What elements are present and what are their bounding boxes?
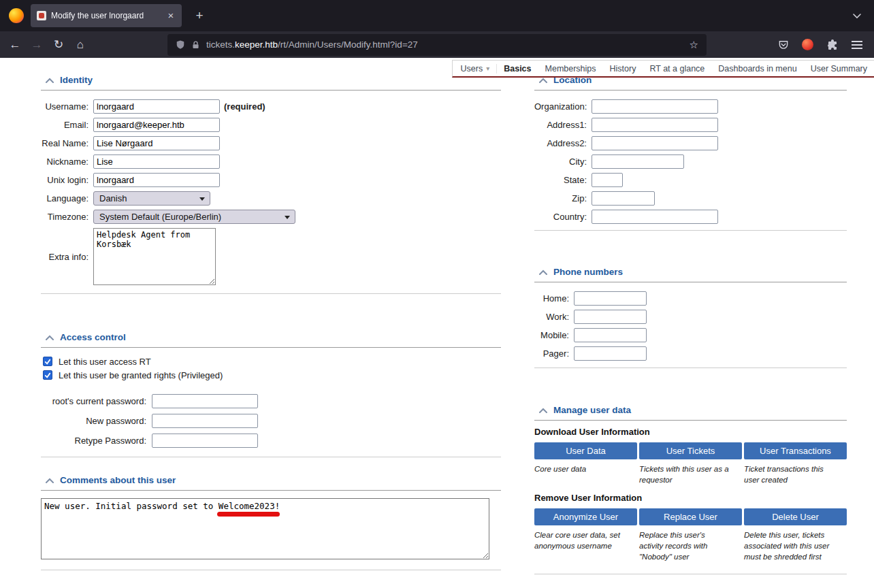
field-row: Work: bbox=[534, 308, 847, 326]
hamburger-menu-icon[interactable] bbox=[847, 35, 867, 54]
email-input[interactable] bbox=[93, 118, 220, 132]
collapse-chevron-icon[interactable] bbox=[539, 78, 547, 83]
lock-icon[interactable] bbox=[191, 40, 200, 50]
collapse-chevron-icon[interactable] bbox=[539, 408, 547, 413]
nickname-input[interactable] bbox=[93, 154, 220, 169]
field-row: Extra info: Helpdesk Agent from Korsbæk bbox=[41, 228, 501, 285]
left-column: Identity Username: (required) Email: Rea… bbox=[41, 75, 501, 570]
section-divider bbox=[534, 368, 847, 368]
field-row: Timezone: System Default (Europe/Berlin) bbox=[41, 208, 501, 226]
mobile-phone-input[interactable] bbox=[574, 328, 647, 342]
current-password-label: root's current password: bbox=[41, 396, 146, 406]
username-input[interactable] bbox=[93, 99, 220, 114]
browser-tab[interactable]: Modify the user lnorgaard × bbox=[31, 4, 182, 27]
user-data-button[interactable]: User Data bbox=[534, 442, 637, 459]
new-password-label: New password: bbox=[41, 416, 146, 426]
right-column: Location Organization: Address1: Address… bbox=[534, 75, 847, 574]
url-bar[interactable]: tickets.keeper.htb/rt/Admin/Users/Modify… bbox=[167, 34, 707, 56]
unix-login-input[interactable] bbox=[93, 173, 220, 187]
root-current-password-input[interactable] bbox=[152, 394, 258, 408]
required-note: (required) bbox=[224, 101, 265, 112]
browser-toolbar: ← → ↻ ⌂ tickets.keeper.htb/rt/Admin/User… bbox=[0, 31, 874, 58]
privileged-checkbox[interactable] bbox=[43, 370, 52, 380]
zip-input[interactable] bbox=[592, 191, 655, 206]
tab-title: Modify the user lnorgaard bbox=[51, 11, 161, 20]
address1-input[interactable] bbox=[592, 118, 718, 132]
section-divider bbox=[41, 570, 501, 570]
forward-button[interactable]: → bbox=[26, 35, 48, 55]
manage-user-data-section-header: Manage user data bbox=[534, 405, 847, 421]
menu-item-users[interactable]: Users ▾ bbox=[454, 64, 498, 74]
new-password-input[interactable] bbox=[152, 414, 258, 428]
home-button[interactable]: ⌂ bbox=[69, 35, 91, 55]
email-label: Email: bbox=[41, 120, 88, 130]
tab-close-icon[interactable]: × bbox=[164, 9, 178, 22]
access-rt-checkbox[interactable] bbox=[43, 357, 52, 366]
access-rt-checkbox-label: Let this user access RT bbox=[59, 357, 151, 367]
field-row: Nickname: bbox=[41, 152, 501, 171]
new-tab-button[interactable]: + bbox=[190, 6, 209, 25]
menu-item-history[interactable]: History bbox=[603, 64, 643, 74]
phone-fields: Home: Work: Mobile: Pager: bbox=[534, 289, 847, 363]
menu-item-dashboards-in-menu[interactable]: Dashboards in menu bbox=[711, 64, 803, 74]
work-phone-input[interactable] bbox=[574, 310, 647, 324]
reload-button[interactable]: ↻ bbox=[48, 35, 69, 55]
user-transactions-button[interactable]: User Transactions bbox=[744, 442, 847, 459]
username-label: Username: bbox=[41, 101, 88, 112]
url-domain: keeper.htb bbox=[235, 39, 278, 50]
tracking-shield-icon[interactable] bbox=[176, 39, 185, 50]
extra-info-label: Extra info: bbox=[41, 252, 88, 262]
city-input[interactable] bbox=[592, 154, 684, 169]
section-title: Comments about this user bbox=[60, 475, 176, 485]
language-select[interactable]: Danish bbox=[93, 191, 210, 206]
state-input[interactable] bbox=[592, 173, 623, 187]
pager-phone-input[interactable] bbox=[574, 346, 647, 361]
extensions-puzzle-icon[interactable] bbox=[822, 35, 842, 54]
menu-item-basics[interactable]: Basics bbox=[497, 64, 538, 74]
country-input[interactable] bbox=[592, 210, 718, 224]
collapse-chevron-icon[interactable] bbox=[46, 335, 54, 340]
field-row: Organization: bbox=[534, 97, 847, 116]
menu-item-user-summary[interactable]: User Summary bbox=[804, 64, 874, 74]
delete-user-button[interactable]: Delete User bbox=[744, 508, 847, 525]
anonymize-user-button[interactable]: Anonymize User bbox=[534, 508, 637, 525]
home-phone-input[interactable] bbox=[574, 291, 647, 306]
menu-item-rt-at-a-glance[interactable]: RT at a glance bbox=[643, 64, 711, 74]
address2-input[interactable] bbox=[592, 136, 718, 150]
replace-user-button[interactable]: Replace User bbox=[639, 508, 742, 525]
city-label: City: bbox=[534, 157, 587, 167]
language-select-value: Danish bbox=[99, 193, 127, 203]
identity-section-header: Identity bbox=[41, 75, 501, 91]
bookmark-star-icon[interactable]: ☆ bbox=[690, 39, 698, 51]
privileged-checkbox-label: Let this user be granted rights (Privile… bbox=[59, 370, 223, 380]
comments-textarea[interactable]: New user. Initial password set to Welcom… bbox=[41, 498, 489, 559]
extension-icon-red[interactable] bbox=[798, 35, 818, 54]
real-name-input[interactable] bbox=[93, 136, 220, 150]
retype-password-input[interactable] bbox=[152, 434, 258, 448]
organization-input[interactable] bbox=[592, 99, 718, 114]
nickname-label: Nickname: bbox=[41, 157, 88, 167]
user-tickets-button[interactable]: User Tickets bbox=[639, 442, 742, 459]
chevron-down-icon bbox=[285, 216, 290, 219]
field-row: Address2: bbox=[534, 134, 847, 152]
download-buttons: User Data User Tickets User Transactions bbox=[534, 442, 847, 459]
extra-info-textarea[interactable]: Helpdesk Agent from Korsbæk bbox=[93, 228, 216, 285]
identity-fields: Username: (required) Email: Real Name: N… bbox=[41, 97, 501, 285]
phone-numbers-section-header: Phone numbers bbox=[534, 267, 847, 282]
collapse-chevron-icon[interactable] bbox=[46, 478, 54, 483]
timezone-select[interactable]: System Default (Europe/Berlin) bbox=[93, 210, 295, 224]
section-divider bbox=[534, 230, 847, 231]
remove-descriptions: Clear core user data, set anonymous user… bbox=[534, 529, 847, 563]
pocket-icon[interactable] bbox=[773, 35, 793, 54]
collapse-chevron-icon[interactable] bbox=[539, 270, 547, 275]
field-row: Country: bbox=[534, 208, 847, 226]
home-phone-label: Home: bbox=[534, 293, 569, 304]
menu-item-memberships[interactable]: Memberships bbox=[538, 64, 603, 74]
collapse-chevron-icon[interactable] bbox=[46, 78, 54, 83]
tab-favicon bbox=[37, 11, 46, 20]
back-button[interactable]: ← bbox=[4, 35, 26, 55]
field-row: root's current password: bbox=[41, 391, 501, 411]
organization-label: Organization: bbox=[534, 101, 587, 112]
firefox-logo-icon[interactable] bbox=[9, 8, 24, 23]
list-all-tabs-chevron-icon[interactable] bbox=[848, 7, 866, 24]
